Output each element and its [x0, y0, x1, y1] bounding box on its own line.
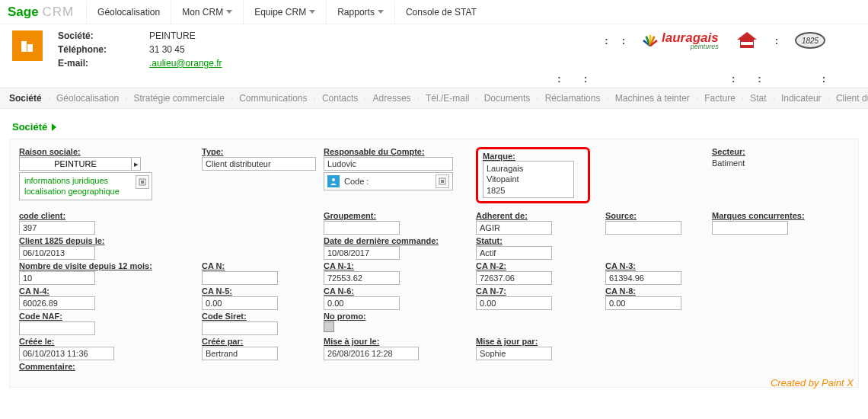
creee-le-label: Créée le: — [19, 337, 194, 346]
company-icon — [12, 30, 43, 61]
responsable-value: Ludovic — [324, 157, 453, 171]
svg-rect-6 — [141, 181, 144, 184]
code-naf-label: Code NAF: — [19, 312, 194, 321]
localisation-geographique-link[interactable]: localisation geographique — [24, 186, 147, 197]
svg-rect-4 — [741, 42, 753, 45]
tab-reclamations[interactable]: Réclamations — [545, 93, 601, 104]
header-logos: :: lauragais peintures : 1825 — [605, 30, 856, 50]
header-dots: : — [775, 35, 778, 46]
no-promo-checkbox[interactable] — [324, 321, 334, 332]
can5-label: CA N-5: — [202, 286, 316, 296]
can1-input[interactable] — [324, 271, 400, 285]
can5-input[interactable] — [202, 296, 278, 310]
lauragais-logo: lauragais peintures — [642, 30, 719, 50]
expand-button[interactable] — [136, 175, 149, 189]
can-label: CA N: — [202, 261, 316, 270]
menu-equipe-crm[interactable]: Equipe CRM — [243, 1, 326, 24]
tab-adresses[interactable]: Adresses — [373, 93, 411, 104]
marque-label: Marque: — [483, 152, 515, 161]
can4-input[interactable] — [19, 296, 95, 310]
can-input[interactable] — [202, 271, 278, 285]
code-siret-input[interactable] — [202, 321, 278, 335]
nb-visite-label: Nombre de visite depuis 12 mois: — [19, 261, 194, 270]
groupement-input[interactable] — [324, 221, 400, 235]
tab-geolocalisation[interactable]: Géolocalisation — [56, 93, 119, 104]
marque-listbox[interactable]: Lauragais Vitopaint 1825 — [483, 161, 574, 198]
record-header: Société: PEINTURE Téléphone: 31 30 45 E-… — [0, 24, 868, 73]
header-dots: :: — [605, 35, 625, 46]
footer-credit: Created by Paint X — [771, 377, 854, 389]
maj-par-input[interactable] — [476, 347, 552, 360]
svg-marker-2 — [737, 32, 757, 40]
tab-contacts[interactable]: Contacts — [322, 93, 358, 104]
can3-label: CA N-3: — [605, 261, 704, 270]
type-label: Type: — [202, 147, 316, 156]
tab-societe[interactable]: Société — [9, 93, 42, 104]
client1825-input[interactable] — [19, 246, 95, 260]
can8-label: CA N-8: — [605, 286, 704, 296]
record-tabs: Société· Géolocalisation· Stratégie comm… — [0, 88, 868, 109]
source-input[interactable] — [605, 221, 681, 235]
tab-machines[interactable]: Machines à teinter — [615, 93, 690, 104]
marque-option: 1825 — [487, 185, 570, 196]
brand-logo: Sage CRM — [8, 5, 74, 20]
code-client-input[interactable] — [19, 221, 95, 235]
marque-option: Lauragais — [487, 163, 570, 174]
societe-value: PEINTURE — [149, 30, 302, 41]
can4-label: CA N-4: — [19, 286, 194, 296]
user-icon — [327, 175, 340, 187]
code-naf-input[interactable] — [19, 321, 95, 335]
brand-crm: CRM — [42, 5, 74, 19]
top-menu: Géolocalisation Mon CRM Equipe CRM Rappo… — [86, 1, 487, 24]
maj-le-input[interactable] — [324, 347, 419, 360]
type-value: Client distributeur — [202, 157, 316, 171]
tab-indicateur[interactable]: Indicateur — [781, 93, 822, 104]
marques-conc-label: Marques concurrentes: — [712, 211, 849, 220]
adherent-input[interactable] — [476, 221, 552, 235]
societe-form: Raison sociale: ▸ informations juridique… — [9, 139, 859, 388]
marques-conc-input[interactable] — [712, 221, 788, 235]
svg-rect-0 — [21, 41, 27, 52]
email-label: E-mail: — [58, 58, 149, 69]
marque-highlight: Marque: Lauragais Vitopaint 1825 — [476, 147, 590, 203]
statut-input[interactable] — [476, 246, 552, 260]
tab-facture[interactable]: Facture — [704, 93, 736, 104]
date-derniere-input[interactable] — [324, 246, 400, 260]
header-fields: Société: PEINTURE Téléphone: 31 30 45 E-… — [58, 30, 302, 69]
no-promo-label: No promo: — [324, 312, 468, 321]
responsable-label: Responsable du Compte: — [324, 147, 468, 156]
nb-visite-input[interactable] — [19, 271, 95, 285]
tab-communications[interactable]: Communications — [239, 93, 307, 104]
can7-input[interactable] — [476, 296, 552, 310]
creee-le-input[interactable] — [19, 347, 114, 360]
maj-le-label: Mise à jour le: — [324, 337, 468, 346]
section-title: Société — [0, 109, 868, 139]
tab-tel-email[interactable]: Tél./E-mail — [426, 93, 469, 104]
tab-client-distrib[interactable]: Client du Distrib — [836, 93, 868, 104]
menu-rapports[interactable]: Rapports — [326, 1, 394, 24]
tab-strategie[interactable]: Stratégie commerciale — [133, 93, 224, 104]
tab-stat[interactable]: Stat — [750, 93, 766, 104]
menu-console-stat[interactable]: Console de STAT — [394, 1, 487, 24]
can2-input[interactable] — [476, 271, 552, 285]
house-badge-icon — [736, 30, 758, 50]
informations-juridiques-link[interactable]: informations juridiques — [24, 175, 147, 186]
email-link[interactable]: .aulieu@orange.fr — [149, 58, 302, 69]
can8-input[interactable] — [605, 296, 681, 310]
chevron-down-icon — [378, 10, 384, 14]
maj-par-label: Mise à jour par: — [476, 337, 598, 346]
menu-geolocalisation[interactable]: Géolocalisation — [86, 1, 171, 24]
telephone-label: Téléphone: — [58, 44, 149, 55]
code-client-label: code client: — [19, 211, 194, 220]
code-row: Code : — [324, 172, 453, 190]
can3-input[interactable] — [605, 271, 681, 285]
menu-mon-crm[interactable]: Mon CRM — [171, 1, 243, 24]
creee-par-input[interactable] — [202, 347, 278, 360]
source-label: Source: — [605, 211, 704, 220]
code-lookup-button[interactable] — [436, 174, 449, 188]
tab-documents[interactable]: Documents — [484, 93, 531, 104]
chevron-right-icon[interactable]: ▸ — [131, 158, 140, 170]
raison-sociale-input[interactable] — [20, 158, 131, 170]
can6-label: CA N-6: — [324, 286, 468, 296]
can6-input[interactable] — [324, 296, 400, 310]
